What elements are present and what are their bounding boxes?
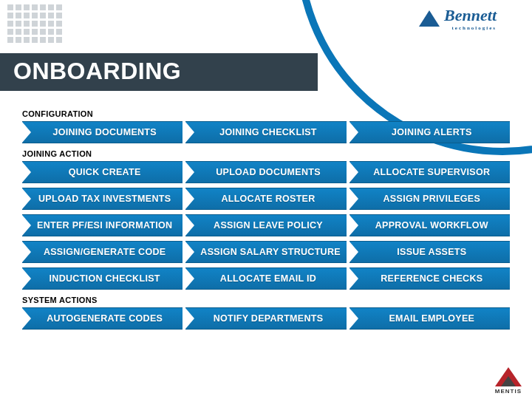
arrow-issue-assets[interactable]: ISSUE ASSETS [349, 241, 510, 263]
arrow-autogenerate-codes[interactable]: AUTOGENERATE CODES [22, 307, 183, 330]
row-action-3: ENTER PF/ESI INFORMATION ASSIGN LEAVE PO… [22, 214, 519, 236]
dot-grid-decor [7, 4, 62, 43]
arrow-email-employee[interactable]: EMAIL EMPLOYEE [349, 307, 510, 330]
arrow-upload-documents[interactable]: UPLOAD DOCUMENTS [185, 161, 346, 183]
arrow-induction-checklist[interactable]: INDUCTION CHECKLIST [22, 267, 183, 290]
brand-logo: Bennett technologies [419, 6, 497, 31]
row-action-4: ASSIGN/GENERATE CODE ASSIGN SALARY STRUC… [22, 241, 519, 263]
arrow-assign-privileges[interactable]: ASSIGN PRIVILEGES [349, 188, 510, 210]
arrow-pf-esi[interactable]: ENTER PF/ESI INFORMATION [22, 214, 183, 236]
page-title: ONBOARDING [0, 53, 318, 91]
section-system-actions-label: SYSTEM ACTIONS [22, 296, 519, 304]
arrow-assign-code[interactable]: ASSIGN/GENERATE CODE [22, 241, 183, 263]
arrow-joining-alerts[interactable]: JOINING ALERTS [349, 121, 510, 143]
arrow-reference-checks[interactable]: REFERENCE CHECKS [349, 267, 510, 290]
brand-sub: technologies [444, 25, 497, 31]
mentis-icon [495, 367, 522, 386]
arrow-allocate-roster[interactable]: ALLOCATE ROSTER [185, 188, 346, 210]
section-configuration-label: CONFIGURATION [22, 109, 519, 118]
arrow-leave-policy[interactable]: ASSIGN LEAVE POLICY [185, 214, 346, 236]
arrow-salary-structure[interactable]: ASSIGN SALARY STRUCTURE [185, 241, 346, 263]
arrow-allocate-email[interactable]: ALLOCATE EMAIL ID [185, 267, 346, 290]
row-action-2: UPLOAD TAX INVESTMENTS ALLOCATE ROSTER A… [22, 188, 519, 210]
arrow-joining-documents[interactable]: JOINING DOCUMENTS [22, 121, 183, 143]
brand-name: Bennett [444, 6, 497, 24]
section-joining-action-label: JOINING ACTION [22, 149, 519, 158]
footer-logo: MENTIS [495, 367, 522, 395]
arrow-allocate-supervisor[interactable]: ALLOCATE SUPERVISOR [349, 161, 510, 183]
arrow-upload-tax[interactable]: UPLOAD TAX INVESTMENTS [22, 188, 183, 210]
arrow-approval-workflow[interactable]: APPROVAL WORKFLOW [349, 214, 510, 236]
row-action-1: QUICK CREATE UPLOAD DOCUMENTS ALLOCATE S… [22, 161, 519, 183]
row-system: AUTOGENERATE CODES NOTIFY DEPARTMENTS EM… [22, 307, 519, 330]
brand-triangle-icon [419, 10, 440, 27]
row-config: JOINING DOCUMENTS JOINING CHECKLIST JOIN… [22, 121, 519, 143]
arrow-notify-departments[interactable]: NOTIFY DEPARTMENTS [185, 307, 346, 330]
arrow-quick-create[interactable]: QUICK CREATE [22, 161, 183, 183]
arrow-joining-checklist[interactable]: JOINING CHECKLIST [185, 121, 346, 143]
row-action-5: INDUCTION CHECKLIST ALLOCATE EMAIL ID RE… [22, 267, 519, 290]
footer-brand: MENTIS [495, 388, 522, 395]
